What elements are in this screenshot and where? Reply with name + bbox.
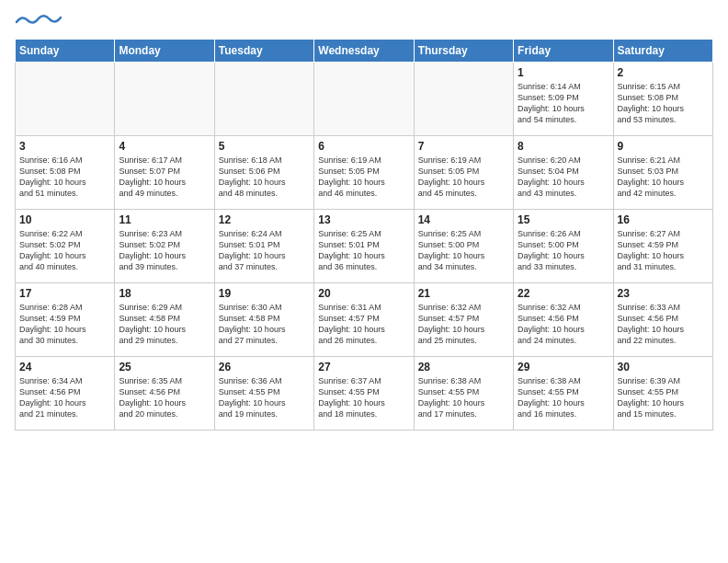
- day-number: 9: [618, 140, 709, 153]
- day-cell: 1Sunrise: 6:14 AM Sunset: 5:09 PM Daylig…: [514, 63, 613, 136]
- day-info: Sunrise: 6:18 AM Sunset: 5:06 PM Dayligh…: [219, 155, 310, 200]
- day-info: Sunrise: 6:34 AM Sunset: 4:56 PM Dayligh…: [19, 375, 110, 420]
- day-cell: 28Sunrise: 6:38 AM Sunset: 4:55 PM Dayli…: [414, 357, 513, 431]
- day-number: 20: [318, 287, 409, 300]
- day-cell: [214, 63, 313, 136]
- day-number: 22: [518, 287, 609, 300]
- weekday-wednesday: Wednesday: [314, 40, 414, 63]
- day-cell: 26Sunrise: 6:36 AM Sunset: 4:55 PM Dayli…: [214, 357, 313, 431]
- day-number: 10: [19, 213, 110, 226]
- day-number: 28: [418, 361, 509, 373]
- day-info: Sunrise: 6:26 AM Sunset: 5:00 PM Dayligh…: [518, 228, 609, 273]
- day-cell: [314, 63, 414, 136]
- day-cell: 14Sunrise: 6:25 AM Sunset: 5:00 PM Dayli…: [414, 210, 513, 283]
- day-info: Sunrise: 6:19 AM Sunset: 5:05 PM Dayligh…: [418, 155, 509, 200]
- day-info: Sunrise: 6:20 AM Sunset: 5:04 PM Dayligh…: [518, 155, 609, 200]
- day-number: 14: [418, 213, 509, 226]
- day-number: 21: [418, 287, 509, 300]
- day-cell: [414, 63, 513, 136]
- day-info: Sunrise: 6:38 AM Sunset: 4:55 PM Dayligh…: [518, 375, 609, 420]
- day-number: 1: [518, 66, 609, 79]
- day-info: Sunrise: 6:38 AM Sunset: 4:55 PM Dayligh…: [418, 375, 509, 420]
- day-cell: [115, 63, 214, 136]
- day-info: Sunrise: 6:21 AM Sunset: 5:03 PM Dayligh…: [618, 155, 709, 200]
- day-cell: 15Sunrise: 6:26 AM Sunset: 5:00 PM Dayli…: [514, 210, 613, 283]
- day-info: Sunrise: 6:37 AM Sunset: 4:55 PM Dayligh…: [318, 375, 409, 420]
- day-cell: 20Sunrise: 6:31 AM Sunset: 4:57 PM Dayli…: [314, 283, 414, 357]
- calendar: SundayMondayTuesdayWednesdayThursdayFrid…: [15, 39, 713, 431]
- day-number: 6: [318, 140, 409, 153]
- day-number: 16: [618, 213, 709, 226]
- day-info: Sunrise: 6:25 AM Sunset: 5:00 PM Dayligh…: [418, 228, 509, 273]
- week-row-1: 1Sunrise: 6:14 AM Sunset: 5:09 PM Daylig…: [16, 63, 713, 136]
- day-number: 15: [518, 213, 609, 226]
- day-cell: 29Sunrise: 6:38 AM Sunset: 4:55 PM Dayli…: [514, 357, 613, 431]
- day-info: Sunrise: 6:36 AM Sunset: 4:55 PM Dayligh…: [219, 375, 310, 420]
- day-cell: 21Sunrise: 6:32 AM Sunset: 4:57 PM Dayli…: [414, 283, 513, 357]
- day-info: Sunrise: 6:39 AM Sunset: 4:55 PM Dayligh…: [618, 375, 709, 420]
- day-cell: 19Sunrise: 6:30 AM Sunset: 4:58 PM Dayli…: [214, 283, 313, 357]
- day-cell: 5Sunrise: 6:18 AM Sunset: 5:06 PM Daylig…: [214, 136, 313, 210]
- day-info: Sunrise: 6:23 AM Sunset: 5:02 PM Dayligh…: [119, 228, 210, 273]
- day-info: Sunrise: 6:32 AM Sunset: 4:57 PM Dayligh…: [418, 302, 509, 347]
- day-info: Sunrise: 6:30 AM Sunset: 4:58 PM Dayligh…: [219, 302, 310, 347]
- day-info: Sunrise: 6:33 AM Sunset: 4:56 PM Dayligh…: [618, 302, 709, 347]
- day-cell: 6Sunrise: 6:19 AM Sunset: 5:05 PM Daylig…: [314, 136, 414, 210]
- day-number: 18: [119, 287, 210, 300]
- day-cell: 12Sunrise: 6:24 AM Sunset: 5:01 PM Dayli…: [214, 210, 313, 283]
- day-cell: 25Sunrise: 6:35 AM Sunset: 4:56 PM Dayli…: [115, 357, 214, 431]
- day-info: Sunrise: 6:25 AM Sunset: 5:01 PM Dayligh…: [318, 228, 409, 273]
- day-cell: 9Sunrise: 6:21 AM Sunset: 5:03 PM Daylig…: [613, 136, 712, 210]
- day-number: 11: [119, 213, 210, 226]
- day-number: 19: [219, 287, 310, 300]
- day-info: Sunrise: 6:14 AM Sunset: 5:09 PM Dayligh…: [518, 81, 609, 126]
- day-info: Sunrise: 6:22 AM Sunset: 5:02 PM Dayligh…: [19, 228, 110, 273]
- day-cell: 30Sunrise: 6:39 AM Sunset: 4:55 PM Dayli…: [613, 357, 712, 431]
- week-row-4: 17Sunrise: 6:28 AM Sunset: 4:59 PM Dayli…: [16, 283, 713, 357]
- logo: [15, 15, 63, 29]
- day-info: Sunrise: 6:32 AM Sunset: 4:56 PM Dayligh…: [518, 302, 609, 347]
- weekday-saturday: Saturday: [613, 40, 712, 63]
- day-cell: 10Sunrise: 6:22 AM Sunset: 5:02 PM Dayli…: [16, 210, 115, 283]
- weekday-friday: Friday: [514, 40, 613, 63]
- day-cell: 24Sunrise: 6:34 AM Sunset: 4:56 PM Dayli…: [16, 357, 115, 431]
- day-cell: 11Sunrise: 6:23 AM Sunset: 5:02 PM Dayli…: [115, 210, 214, 283]
- day-cell: 4Sunrise: 6:17 AM Sunset: 5:07 PM Daylig…: [115, 136, 214, 210]
- day-number: 8: [518, 140, 609, 153]
- weekday-thursday: Thursday: [414, 40, 513, 63]
- day-info: Sunrise: 6:19 AM Sunset: 5:05 PM Dayligh…: [318, 155, 409, 200]
- day-info: Sunrise: 6:35 AM Sunset: 4:56 PM Dayligh…: [119, 375, 210, 420]
- day-number: 5: [219, 140, 310, 153]
- day-number: 26: [219, 361, 310, 373]
- day-cell: 17Sunrise: 6:28 AM Sunset: 4:59 PM Dayli…: [16, 283, 115, 357]
- day-cell: 23Sunrise: 6:33 AM Sunset: 4:56 PM Dayli…: [613, 283, 712, 357]
- day-number: 12: [219, 213, 310, 226]
- weekday-header-row: SundayMondayTuesdayWednesdayThursdayFrid…: [16, 40, 713, 63]
- weekday-tuesday: Tuesday: [214, 40, 313, 63]
- day-number: 23: [618, 287, 709, 300]
- day-cell: 8Sunrise: 6:20 AM Sunset: 5:04 PM Daylig…: [514, 136, 613, 210]
- day-cell: 3Sunrise: 6:16 AM Sunset: 5:08 PM Daylig…: [16, 136, 115, 210]
- day-info: Sunrise: 6:16 AM Sunset: 5:08 PM Dayligh…: [19, 155, 110, 200]
- day-number: 7: [418, 140, 509, 153]
- day-number: 25: [119, 361, 210, 373]
- header: [15, 15, 713, 29]
- day-info: Sunrise: 6:17 AM Sunset: 5:07 PM Dayligh…: [119, 155, 210, 200]
- day-info: Sunrise: 6:28 AM Sunset: 4:59 PM Dayligh…: [19, 302, 110, 347]
- week-row-2: 3Sunrise: 6:16 AM Sunset: 5:08 PM Daylig…: [16, 136, 713, 210]
- day-number: 13: [318, 213, 409, 226]
- weekday-sunday: Sunday: [16, 40, 115, 63]
- day-info: Sunrise: 6:15 AM Sunset: 5:08 PM Dayligh…: [618, 81, 709, 126]
- logo-wave-icon: [15, 13, 63, 26]
- day-info: Sunrise: 6:27 AM Sunset: 4:59 PM Dayligh…: [618, 228, 709, 273]
- day-number: 29: [518, 361, 609, 373]
- week-row-5: 24Sunrise: 6:34 AM Sunset: 4:56 PM Dayli…: [16, 357, 713, 431]
- day-cell: 2Sunrise: 6:15 AM Sunset: 5:08 PM Daylig…: [613, 63, 712, 136]
- day-cell: 27Sunrise: 6:37 AM Sunset: 4:55 PM Dayli…: [314, 357, 414, 431]
- day-number: 24: [19, 361, 110, 373]
- weekday-monday: Monday: [115, 40, 214, 63]
- day-cell: 16Sunrise: 6:27 AM Sunset: 4:59 PM Dayli…: [613, 210, 712, 283]
- day-info: Sunrise: 6:31 AM Sunset: 4:57 PM Dayligh…: [318, 302, 409, 347]
- day-number: 17: [19, 287, 110, 300]
- day-info: Sunrise: 6:29 AM Sunset: 4:58 PM Dayligh…: [119, 302, 210, 347]
